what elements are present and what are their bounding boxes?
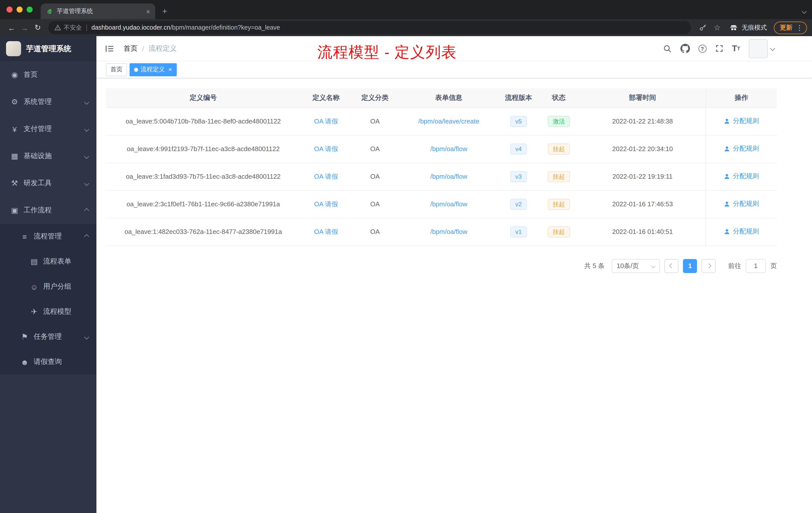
browser-chrome: 芋道管理系统 × + ← → ↻ 不安全 dashboard.yudao.ioc… xyxy=(0,0,812,36)
definition-name-link[interactable]: OA 请假 xyxy=(314,117,338,125)
window-close-button[interactable] xyxy=(6,6,12,12)
breadcrumb-home[interactable]: 首页 xyxy=(123,44,138,53)
assign-rule-link[interactable]: 分配规则 xyxy=(724,200,759,209)
forward-button[interactable]: → xyxy=(18,23,31,32)
sidebar-item-user-group[interactable]: ☺用户分组 xyxy=(0,274,96,299)
main-area: 首页 / 流程定义 ? TT xyxy=(96,36,812,513)
user-menu[interactable] xyxy=(749,39,774,58)
breadcrumb-current: 流程定义 xyxy=(149,44,177,53)
chevron-right-icon xyxy=(706,263,711,268)
page-unit-label: 页 xyxy=(770,261,777,270)
assign-rule-link[interactable]: 分配规则 xyxy=(724,144,759,153)
browser-menu-dots-icon[interactable]: ⋮ xyxy=(796,24,803,32)
sidebar-item-process-model[interactable]: ✈流程模型 xyxy=(0,299,96,324)
fullscreen-icon[interactable] xyxy=(715,44,723,53)
assign-rule-label: 分配规则 xyxy=(733,172,759,181)
new-tab-button[interactable]: + xyxy=(162,7,167,16)
sidebar-item-task-management[interactable]: ⚑任务管理 xyxy=(0,324,96,350)
status-cell: 挂起 xyxy=(538,190,580,218)
definition-id-cell: oa_leave:5:004b710b-7b8a-11ec-8ef0-acde4… xyxy=(106,108,300,135)
back-button[interactable]: ← xyxy=(5,23,18,32)
bookmark-star-icon[interactable]: ☆ xyxy=(714,23,721,32)
column-header: 定义编号 xyxy=(106,88,300,108)
list-icon: ≡ xyxy=(19,232,30,241)
assign-rule-link[interactable]: 分配规则 xyxy=(724,227,759,236)
version-cell: v3 xyxy=(499,163,538,190)
github-icon[interactable] xyxy=(680,44,690,53)
sidebar-item-label: 工作流程 xyxy=(24,206,85,215)
sidebar-item-system[interactable]: ⚙系统管理 xyxy=(0,88,96,116)
sidebar-item-label: 用户分组 xyxy=(43,282,88,291)
definition-name-link[interactable]: OA 请假 xyxy=(314,228,338,235)
prev-page-button[interactable] xyxy=(664,259,678,273)
chevron-down-icon xyxy=(770,46,775,51)
form-info-link[interactable]: /bpm/oa/flow xyxy=(430,173,467,180)
table-header-row: 定义编号定义名称定义分类表单信息流程版本状态部署时间操作 xyxy=(106,88,777,108)
action-cell: 分配规则 xyxy=(706,108,777,135)
page-content: 定义编号定义名称定义分类表单信息流程版本状态部署时间操作 oa_leave:5:… xyxy=(96,78,812,273)
users-icon: ☺ xyxy=(29,282,40,291)
url-domain: dashboard.yudao.iocoder.cn xyxy=(91,24,170,31)
sidebar-item-home[interactable]: ◉首页 xyxy=(0,61,96,88)
form-info-link[interactable]: /bpm/oa/flow xyxy=(430,228,467,235)
version-tag: v5 xyxy=(511,116,527,127)
definition-name-link[interactable]: OA 请假 xyxy=(314,173,338,180)
table-body: oa_leave:5:004b710b-7b8a-11ec-8ef0-acde4… xyxy=(106,108,777,245)
tag-close-icon[interactable]: × xyxy=(168,66,172,73)
address-bar[interactable]: 不安全 dashboard.yudao.iocoder.cn /bpm/mana… xyxy=(48,21,691,34)
sidebar-item-process-management[interactable]: ≡流程管理 xyxy=(0,224,96,249)
update-button[interactable]: 更新 ⋮ xyxy=(774,21,807,34)
status-tag: 挂起 xyxy=(548,171,570,182)
page-number-button[interactable]: 1 xyxy=(683,259,697,273)
tag-首页[interactable]: 首页 xyxy=(106,63,127,76)
logo-avatar xyxy=(6,41,21,56)
definition-name-link[interactable]: OA 请假 xyxy=(314,200,338,208)
definition-name-link[interactable]: OA 请假 xyxy=(314,145,338,152)
tag-label: 首页 xyxy=(111,65,122,74)
user-icon xyxy=(724,118,730,124)
definition-name-cell: OA 请假 xyxy=(300,108,351,135)
page-size-select[interactable]: 10条/页 xyxy=(612,259,660,273)
navbar-actions: ? TT xyxy=(663,39,774,58)
next-page-button[interactable] xyxy=(701,259,716,273)
password-key-icon[interactable] xyxy=(698,23,707,32)
form-info-link[interactable]: /bpm/oa/leave/create xyxy=(418,117,479,125)
avatar[interactable] xyxy=(749,39,768,58)
goto-page-input[interactable] xyxy=(746,259,766,273)
briefcase-icon: ▣ xyxy=(9,206,20,215)
table-row: oa_leave:5:004b710b-7b8a-11ec-8ef0-acde4… xyxy=(106,108,777,135)
deploy-time-cell: 2022-01-22 21:48:38 xyxy=(580,108,705,135)
tag-流程定义[interactable]: 流程定义× xyxy=(129,63,176,76)
user-icon xyxy=(724,229,730,235)
sidebar-item-infrastructure[interactable]: ▦基础设施 xyxy=(0,143,96,170)
reload-button[interactable]: ↻ xyxy=(31,23,44,32)
sidebar-item-leave-query[interactable]: ☻请假查询 xyxy=(0,350,96,374)
assign-rule-label: 分配规则 xyxy=(733,227,759,236)
tab-search-chevron-icon[interactable] xyxy=(802,9,807,14)
form-info-cell: /bpm/oa/flow xyxy=(399,190,499,218)
help-icon[interactable]: ? xyxy=(698,44,706,53)
sidebar-collapse-button[interactable] xyxy=(105,43,116,54)
security-warning-icon[interactable] xyxy=(54,24,61,31)
assign-rule-link[interactable]: 分配规则 xyxy=(724,172,759,181)
window-minimize-button[interactable] xyxy=(17,6,23,12)
app-logo[interactable]: 芋道管理系统 xyxy=(0,36,96,61)
form-info-link[interactable]: /bpm/oa/flow xyxy=(430,200,467,208)
font-size-icon[interactable]: TT xyxy=(732,44,740,53)
version-tag: v2 xyxy=(511,199,527,210)
sidebar-item-process-form[interactable]: ▤流程表单 xyxy=(0,249,96,274)
form-info-link[interactable]: /bpm/oa/flow xyxy=(430,145,467,153)
sidebar-item-payment[interactable]: ¥支付管理 xyxy=(0,116,96,143)
action-cell: 分配规则 xyxy=(706,190,777,218)
sidebar-item-devtools[interactable]: ⚒研发工具 xyxy=(0,170,96,197)
version-tag: v3 xyxy=(511,171,527,182)
send-icon: ✈ xyxy=(29,307,40,316)
deploy-time-cell: 2022-01-22 19:19:11 xyxy=(580,163,705,190)
sidebar-item-workflow[interactable]: ▣工作流程 xyxy=(0,197,96,224)
tab-close-icon[interactable]: × xyxy=(146,7,150,15)
assign-rule-link[interactable]: 分配规则 xyxy=(724,117,759,126)
browser-tab[interactable]: 芋道管理系统 × xyxy=(41,3,155,19)
sidebar-item-label: 流程表单 xyxy=(43,257,88,266)
search-icon[interactable] xyxy=(663,44,672,53)
window-zoom-button[interactable] xyxy=(27,6,33,12)
